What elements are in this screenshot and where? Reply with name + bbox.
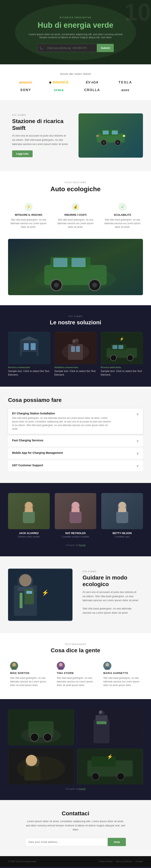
accordion-item-1[interactable]: Fast Charging Services ∨ — [8, 435, 143, 446]
gallery-item-3 — [8, 748, 74, 784]
hero-submit-button[interactable]: Submit — [97, 44, 114, 52]
team-name-jack: JACK ALVAREZ — [8, 532, 50, 535]
client-sony: SONY — [20, 88, 31, 92]
accordion-content-0: EV Charging Station Installation Stet cl… — [12, 412, 113, 431]
test-tina: TINA STORM Stet clita kasd gubergren, no… — [55, 660, 96, 689]
clients-section: Alcuni dei nostri clienti amazon ◆ BINAN… — [0, 64, 151, 100]
svg-point-67 — [59, 663, 63, 666]
svg-rect-51 — [116, 511, 128, 523]
guidare-image: ⚡ — [8, 568, 72, 621]
accordion-text-0: Stet clita kasd gubergren, no sea takima… — [12, 416, 113, 431]
svg-rect-2 — [103, 130, 109, 134]
accordion-chevron-2: ∨ — [136, 451, 139, 456]
contact-email-input[interactable] — [25, 838, 108, 846]
soluzioni-label: CHI SIAMO — [8, 315, 143, 317]
test-svg-mike — [10, 662, 18, 670]
gallery-section: ⚡ Immagine da freepik — [0, 699, 151, 800]
svg-rect-49 — [71, 508, 80, 512]
client-tesla: TESLA — [119, 81, 132, 84]
feature-rischio-icon: ⚡ — [25, 203, 33, 211]
test-grid: MIKE NORTON Stet clita kasd gubergren, n… — [8, 660, 143, 689]
client-binance: ◆ BINANCE — [49, 81, 69, 84]
svg-rect-30 — [76, 346, 80, 352]
soluzioni-section: CHI SIAMO Le nostre soluzioni Ricarica r… — [0, 305, 151, 386]
feature-rischio-text: Stet clita kasd gubergren, no sea takima… — [10, 218, 47, 229]
soluzione-img-2 — [54, 332, 97, 364]
feature-scalabilita-text: Stet clita kasd gubergren, no sea takima… — [104, 218, 141, 229]
gallery-svg-1 — [8, 709, 74, 745]
contact-section: Contattaci Lorem ipsum dolor sit amet, c… — [0, 800, 151, 856]
team-nat: NAT REYNOLDS Contabile venduto contabile — [55, 493, 96, 538]
accordion-item-3[interactable]: 24/7 Customer Support ∨ — [8, 460, 143, 471]
soluzioni-title: Le nostre soluzioni — [8, 319, 143, 326]
test-text-maria: Stet clita kasd gubergren, no sea takima… — [103, 676, 141, 687]
svg-point-86 — [26, 755, 37, 766]
team-immagine-label: Immagine da freepik — [8, 544, 143, 546]
feature-costi-icon: 💰 — [71, 203, 80, 211]
footer-privacy[interactable]: Privacy Policy — [99, 860, 113, 863]
svg-rect-77 — [77, 709, 143, 745]
svg-rect-53 — [118, 508, 126, 512]
test-header: TESTIMONIANZE Cosa dice la gente — [8, 643, 143, 654]
svg-point-32 — [72, 340, 76, 343]
soluzione-svg-2 — [54, 332, 97, 364]
features-grid: ⚡ MITIGARE IL RISCHIO Stet clita kasd gu… — [8, 201, 143, 231]
gallery-img-4: ⚡ — [77, 748, 143, 784]
auto-section: COSA FACCIAMO Auto ecologiche ⚡ MITIGARE… — [0, 171, 151, 305]
cosa-header: Cosa possiamo fare — [8, 397, 143, 404]
accordion-item-0[interactable]: EV Charging Station Installation Stet cl… — [8, 409, 143, 434]
soluzione-residenziale: Ricarica residenziale Sample text. Click… — [8, 332, 50, 377]
gallery-img-1 — [8, 709, 74, 745]
footer-terms[interactable]: Terms of Service — [116, 860, 132, 863]
accordion-chevron-1: ∨ — [136, 439, 139, 443]
svg-point-91 — [92, 773, 99, 780]
auto-label: COSA FACCIAMO — [8, 181, 143, 184]
footer-contact[interactable]: Contact — [135, 860, 143, 863]
feature-costi-text: Stet clita kasd gubergren, no sea takima… — [57, 218, 94, 229]
accordion: EV Charging Station Installation Stet cl… — [8, 409, 143, 471]
svg-rect-87 — [24, 767, 40, 780]
guidare-text-2: Stet clita kasd gubergren, no sea takima… — [83, 607, 139, 615]
gallery-immagine-link[interactable]: freepik — [79, 787, 86, 790]
team-role-nat: Contabile venduto contabile — [55, 535, 96, 538]
team-immagine-link[interactable]: freepik — [79, 544, 86, 546]
test-text-mike: Stet clita kasd gubergren, no sea takima… — [10, 676, 48, 687]
chi-siamo-btn[interactable]: Leggi tutto — [12, 150, 33, 157]
test-name-maria: MARIA GARNETTO — [103, 672, 141, 675]
test-maria: MARIA GARNETTO Stet clita kasd gubergren… — [101, 660, 143, 689]
chi-siamo-inner: CHI SIAMO Stazione di ricarica Swift At … — [8, 110, 143, 161]
team-avatar-nat — [55, 493, 96, 529]
hero-badge: RICARICA INNOVATIVA — [60, 16, 91, 19]
car-image — [79, 114, 143, 158]
person-svg-jack — [21, 499, 37, 523]
svg-point-33 — [76, 339, 79, 342]
svg-point-52 — [119, 502, 126, 509]
team-role-betty: Contabile capo — [101, 535, 143, 538]
svg-rect-43 — [23, 511, 35, 523]
accordion-item-2[interactable]: Mobile App for Charging Management ∨ — [8, 448, 143, 459]
hero-section: 10 RICARICA INNOVATIVA Hub di energia ve… — [0, 0, 151, 64]
soluzione-svg-3: ⚡ — [101, 332, 143, 364]
svg-rect-23 — [31, 343, 35, 350]
svg-rect-29 — [71, 346, 75, 352]
soluzione-commerciale: Addebito commerciale Sample text. Click … — [54, 332, 97, 377]
team-avatar-jack — [8, 493, 50, 529]
auto-image-inner — [8, 239, 143, 295]
auto-title: Auto ecologiche — [8, 185, 143, 193]
feature-costi-title: RIDURRE I COSTI — [57, 213, 94, 216]
svg-point-84 — [17, 756, 65, 780]
soluzione-img-3: ⚡ — [101, 332, 143, 364]
svg-point-44 — [25, 502, 32, 509]
svg-rect-15 — [71, 258, 86, 267]
chi-siamo-text: CHI SIAMO Stazione di ricarica Swift At … — [8, 110, 72, 161]
team-betty: BETTY NILSON Contabile capo — [101, 493, 143, 538]
guidare-text: CHI SIAMO Guidare in modo ecologico At v… — [79, 566, 143, 623]
test-avatar-maria — [103, 662, 111, 670]
team-role-jack: Direttore delle vendite — [8, 535, 50, 538]
testimonianze-section: TESTIMONIANZE Cosa dice la gente MIKE NO… — [0, 633, 151, 699]
clients-grid: amazon ◆ BINANCE EV∧GA TESLA SONY crocs … — [12, 81, 139, 92]
svg-point-19 — [92, 283, 97, 287]
contact-submit-button[interactable]: Invia — [108, 838, 126, 846]
phone-input[interactable] — [44, 44, 95, 52]
auto-header: COSA FACCIAMO Auto ecologiche — [8, 181, 143, 193]
